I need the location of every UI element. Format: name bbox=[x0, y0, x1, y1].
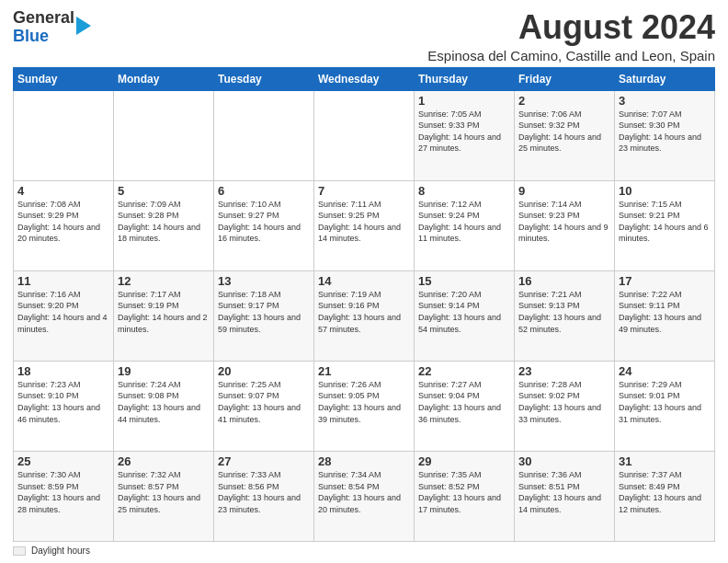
cell-day-number: 26 bbox=[118, 454, 210, 468]
cell-info: Sunrise: 7:21 AM Sunset: 9:13 PM Dayligh… bbox=[518, 289, 610, 335]
cell-day-number: 16 bbox=[518, 274, 610, 288]
cell-info: Sunrise: 7:24 AM Sunset: 9:08 PM Dayligh… bbox=[118, 379, 210, 425]
calendar-header-friday: Friday bbox=[515, 67, 615, 90]
cell-day-number: 10 bbox=[619, 184, 711, 198]
main-title: August 2024 bbox=[427, 9, 715, 46]
calendar-header-thursday: Thursday bbox=[415, 67, 515, 90]
calendar-cell: 3Sunrise: 7:07 AM Sunset: 9:30 PM Daylig… bbox=[615, 90, 715, 180]
cell-day-number: 3 bbox=[619, 94, 711, 108]
cell-info: Sunrise: 7:16 AM Sunset: 9:20 PM Dayligh… bbox=[17, 289, 109, 335]
calendar-cell: 8Sunrise: 7:12 AM Sunset: 9:24 PM Daylig… bbox=[415, 180, 515, 270]
cell-info: Sunrise: 7:36 AM Sunset: 8:51 PM Dayligh… bbox=[518, 469, 610, 515]
calendar-header-saturday: Saturday bbox=[615, 67, 715, 90]
calendar-cell: 9Sunrise: 7:14 AM Sunset: 9:23 PM Daylig… bbox=[515, 180, 615, 270]
header: General Blue August 2024 Espinosa del Ca… bbox=[13, 9, 715, 63]
calendar-cell: 31Sunrise: 7:37 AM Sunset: 8:49 PM Dayli… bbox=[615, 451, 715, 541]
cell-day-number: 20 bbox=[218, 364, 310, 378]
cell-info: Sunrise: 7:22 AM Sunset: 9:11 PM Dayligh… bbox=[619, 289, 711, 335]
calendar-cell: 19Sunrise: 7:24 AM Sunset: 9:08 PM Dayli… bbox=[114, 361, 214, 451]
cell-day-number: 29 bbox=[418, 454, 510, 468]
calendar-cell: 11Sunrise: 7:16 AM Sunset: 9:20 PM Dayli… bbox=[14, 270, 114, 361]
calendar-cell: 12Sunrise: 7:17 AM Sunset: 9:19 PM Dayli… bbox=[114, 270, 214, 361]
calendar-cell: 16Sunrise: 7:21 AM Sunset: 9:13 PM Dayli… bbox=[515, 270, 615, 361]
title-area: August 2024 Espinosa del Camino, Castill… bbox=[427, 9, 715, 63]
cell-day-number: 24 bbox=[619, 364, 711, 378]
cell-day-number: 1 bbox=[418, 94, 510, 108]
cell-day-number: 7 bbox=[318, 184, 410, 198]
footer: Daylight hours bbox=[13, 546, 715, 556]
legend-label: Daylight hours bbox=[31, 546, 90, 556]
calendar-cell: 24Sunrise: 7:29 AM Sunset: 9:01 PM Dayli… bbox=[615, 361, 715, 451]
calendar-cell: 30Sunrise: 7:36 AM Sunset: 8:51 PM Dayli… bbox=[515, 451, 615, 541]
cell-info: Sunrise: 7:34 AM Sunset: 8:54 PM Dayligh… bbox=[318, 469, 410, 515]
calendar-cell: 18Sunrise: 7:23 AM Sunset: 9:10 PM Dayli… bbox=[14, 361, 114, 451]
cell-info: Sunrise: 7:37 AM Sunset: 8:49 PM Dayligh… bbox=[619, 469, 711, 515]
calendar-cell: 25Sunrise: 7:30 AM Sunset: 8:59 PM Dayli… bbox=[14, 451, 114, 541]
calendar-cell bbox=[114, 90, 214, 180]
calendar-header-tuesday: Tuesday bbox=[214, 67, 314, 90]
cell-info: Sunrise: 7:18 AM Sunset: 9:17 PM Dayligh… bbox=[218, 289, 310, 335]
logo-arrow-icon bbox=[76, 17, 91, 35]
cell-info: Sunrise: 7:10 AM Sunset: 9:27 PM Dayligh… bbox=[218, 199, 310, 245]
cell-day-number: 14 bbox=[318, 274, 410, 288]
cell-info: Sunrise: 7:26 AM Sunset: 9:05 PM Dayligh… bbox=[318, 379, 410, 425]
cell-info: Sunrise: 7:15 AM Sunset: 9:21 PM Dayligh… bbox=[619, 199, 711, 245]
cell-day-number: 17 bbox=[619, 274, 711, 288]
calendar-week-row: 11Sunrise: 7:16 AM Sunset: 9:20 PM Dayli… bbox=[14, 270, 715, 361]
cell-day-number: 18 bbox=[17, 364, 109, 378]
logo-area: General Blue bbox=[13, 9, 91, 46]
logo-general: General bbox=[13, 9, 74, 28]
cell-info: Sunrise: 7:32 AM Sunset: 8:57 PM Dayligh… bbox=[118, 469, 210, 515]
calendar-cell: 6Sunrise: 7:10 AM Sunset: 9:27 PM Daylig… bbox=[214, 180, 314, 270]
calendar-cell: 22Sunrise: 7:27 AM Sunset: 9:04 PM Dayli… bbox=[415, 361, 515, 451]
cell-day-number: 5 bbox=[118, 184, 210, 198]
logo-text: General Blue bbox=[13, 9, 74, 46]
calendar-cell: 28Sunrise: 7:34 AM Sunset: 8:54 PM Dayli… bbox=[314, 451, 415, 541]
cell-info: Sunrise: 7:20 AM Sunset: 9:14 PM Dayligh… bbox=[418, 289, 510, 335]
cell-day-number: 31 bbox=[619, 454, 711, 468]
cell-day-number: 15 bbox=[418, 274, 510, 288]
cell-info: Sunrise: 7:11 AM Sunset: 9:25 PM Dayligh… bbox=[318, 199, 410, 245]
cell-info: Sunrise: 7:05 AM Sunset: 9:33 PM Dayligh… bbox=[418, 109, 510, 155]
cell-day-number: 21 bbox=[318, 364, 410, 378]
calendar-header-row: SundayMondayTuesdayWednesdayThursdayFrid… bbox=[14, 67, 715, 90]
calendar-week-row: 25Sunrise: 7:30 AM Sunset: 8:59 PM Dayli… bbox=[14, 451, 715, 541]
cell-day-number: 19 bbox=[118, 364, 210, 378]
calendar-cell bbox=[14, 90, 114, 180]
calendar-week-row: 1Sunrise: 7:05 AM Sunset: 9:33 PM Daylig… bbox=[14, 90, 715, 180]
cell-day-number: 8 bbox=[418, 184, 510, 198]
calendar-header-monday: Monday bbox=[114, 67, 214, 90]
calendar-header-wednesday: Wednesday bbox=[314, 67, 415, 90]
calendar-cell bbox=[314, 90, 415, 180]
cell-info: Sunrise: 7:07 AM Sunset: 9:30 PM Dayligh… bbox=[619, 109, 711, 155]
calendar-cell: 5Sunrise: 7:09 AM Sunset: 9:28 PM Daylig… bbox=[114, 180, 214, 270]
calendar-cell: 21Sunrise: 7:26 AM Sunset: 9:05 PM Dayli… bbox=[314, 361, 415, 451]
cell-info: Sunrise: 7:35 AM Sunset: 8:52 PM Dayligh… bbox=[418, 469, 510, 515]
calendar-cell: 10Sunrise: 7:15 AM Sunset: 9:21 PM Dayli… bbox=[615, 180, 715, 270]
calendar-cell: 17Sunrise: 7:22 AM Sunset: 9:11 PM Dayli… bbox=[615, 270, 715, 361]
calendar-cell: 14Sunrise: 7:19 AM Sunset: 9:16 PM Dayli… bbox=[314, 270, 415, 361]
calendar-cell: 7Sunrise: 7:11 AM Sunset: 9:25 PM Daylig… bbox=[314, 180, 415, 270]
calendar-cell: 13Sunrise: 7:18 AM Sunset: 9:17 PM Dayli… bbox=[214, 270, 314, 361]
cell-info: Sunrise: 7:08 AM Sunset: 9:29 PM Dayligh… bbox=[17, 199, 109, 245]
cell-day-number: 23 bbox=[518, 364, 610, 378]
calendar-cell: 29Sunrise: 7:35 AM Sunset: 8:52 PM Dayli… bbox=[415, 451, 515, 541]
calendar-cell bbox=[214, 90, 314, 180]
legend-box bbox=[13, 546, 26, 556]
cell-day-number: 2 bbox=[518, 94, 610, 108]
calendar-cell: 4Sunrise: 7:08 AM Sunset: 9:29 PM Daylig… bbox=[14, 180, 114, 270]
cell-info: Sunrise: 7:23 AM Sunset: 9:10 PM Dayligh… bbox=[17, 379, 109, 425]
cell-day-number: 11 bbox=[17, 274, 109, 288]
cell-day-number: 30 bbox=[518, 454, 610, 468]
cell-info: Sunrise: 7:29 AM Sunset: 9:01 PM Dayligh… bbox=[619, 379, 711, 425]
calendar-table: SundayMondayTuesdayWednesdayThursdayFrid… bbox=[13, 67, 715, 542]
cell-info: Sunrise: 7:28 AM Sunset: 9:02 PM Dayligh… bbox=[518, 379, 610, 425]
cell-info: Sunrise: 7:19 AM Sunset: 9:16 PM Dayligh… bbox=[318, 289, 410, 335]
calendar-header-sunday: Sunday bbox=[14, 67, 114, 90]
cell-info: Sunrise: 7:30 AM Sunset: 8:59 PM Dayligh… bbox=[17, 469, 109, 515]
cell-day-number: 13 bbox=[218, 274, 310, 288]
cell-day-number: 9 bbox=[518, 184, 610, 198]
footer-legend: Daylight hours bbox=[13, 546, 90, 556]
logo-blue: Blue bbox=[13, 28, 74, 46]
cell-info: Sunrise: 7:06 AM Sunset: 9:32 PM Dayligh… bbox=[518, 109, 610, 155]
